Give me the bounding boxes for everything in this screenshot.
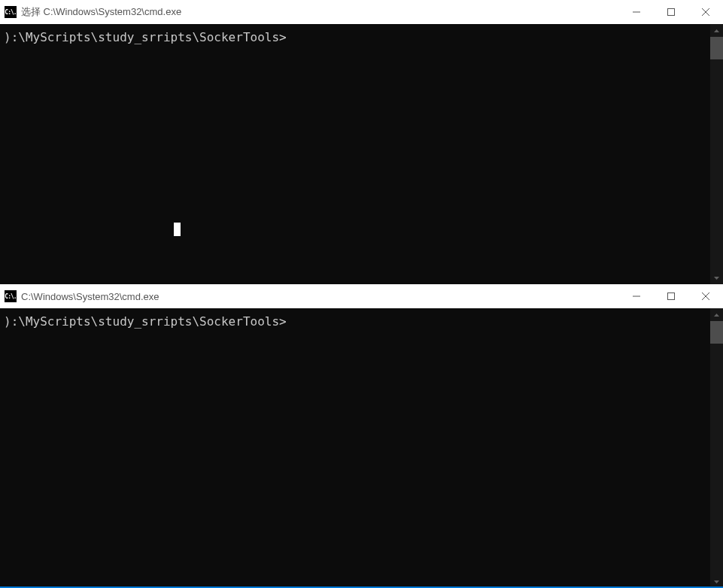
cmd-icon-text: C:\. <box>5 293 16 300</box>
scrollbar-arrow-up[interactable] <box>710 24 723 37</box>
minimize-icon <box>633 292 640 300</box>
svg-rect-5 <box>668 293 675 300</box>
terminal-area-1[interactable]: ):\MyScripts\study_srripts\SockerTools> <box>0 24 723 284</box>
window-title-2: C:\Windows\System32\cmd.exe <box>21 291 159 302</box>
close-icon <box>702 292 709 300</box>
maximize-button[interactable] <box>654 284 688 308</box>
prompt-2: ):\MyScripts\study_srripts\SockerTools> <box>4 314 287 329</box>
terminal-area-2[interactable]: ):\MyScripts\study_srripts\SockerTools> <box>0 308 723 588</box>
terminal-content-1[interactable]: ):\MyScripts\study_srripts\SockerTools> <box>0 24 710 284</box>
svg-rect-1 <box>668 9 675 16</box>
window-controls-1 <box>619 0 723 24</box>
cmd-icon-text: C:\. <box>5 9 16 16</box>
maximize-icon <box>667 292 675 300</box>
scrollbar-arrow-up[interactable] <box>710 308 723 321</box>
maximize-button[interactable] <box>654 0 688 24</box>
chevron-down-icon <box>714 277 719 280</box>
cmd-icon: C:\. <box>5 6 17 18</box>
cmd-icon: C:\. <box>5 290 17 302</box>
window-controls-2 <box>619 284 723 308</box>
scrollbar-vertical-1[interactable] <box>710 24 723 284</box>
scrollbar-arrow-down[interactable] <box>710 271 723 284</box>
titlebar-1[interactable]: C:\. 选择 C:\Windows\System32\cmd.exe <box>0 0 723 24</box>
window-title-1: 选择 C:\Windows\System32\cmd.exe <box>21 5 181 19</box>
scrollbar-vertical-2[interactable] <box>710 308 723 588</box>
scrollbar-thumb-1[interactable] <box>710 37 723 59</box>
chevron-up-icon <box>714 314 719 317</box>
maximize-icon <box>667 8 675 16</box>
terminal-content-2[interactable]: ):\MyScripts\study_srripts\SockerTools> <box>0 308 710 588</box>
minimize-icon <box>633 8 640 16</box>
prompt-1: ):\MyScripts\study_srripts\SockerTools> <box>4 30 287 44</box>
scrollbar-thumb-2[interactable] <box>710 321 723 344</box>
chevron-down-icon <box>714 580 719 583</box>
minimize-button[interactable] <box>619 284 654 308</box>
terminal-cursor-1 <box>174 223 181 236</box>
close-icon <box>702 8 709 16</box>
chevron-up-icon <box>714 29 719 32</box>
cmd-window-1: C:\. 选择 C:\Windows\System32\cmd.exe <box>0 0 723 284</box>
cmd-window-2: C:\. C:\Windows\System32\cmd.exe <box>0 284 723 588</box>
minimize-button[interactable] <box>619 0 654 24</box>
close-button[interactable] <box>688 284 723 308</box>
close-button[interactable] <box>688 0 723 24</box>
titlebar-2[interactable]: C:\. C:\Windows\System32\cmd.exe <box>0 284 723 308</box>
